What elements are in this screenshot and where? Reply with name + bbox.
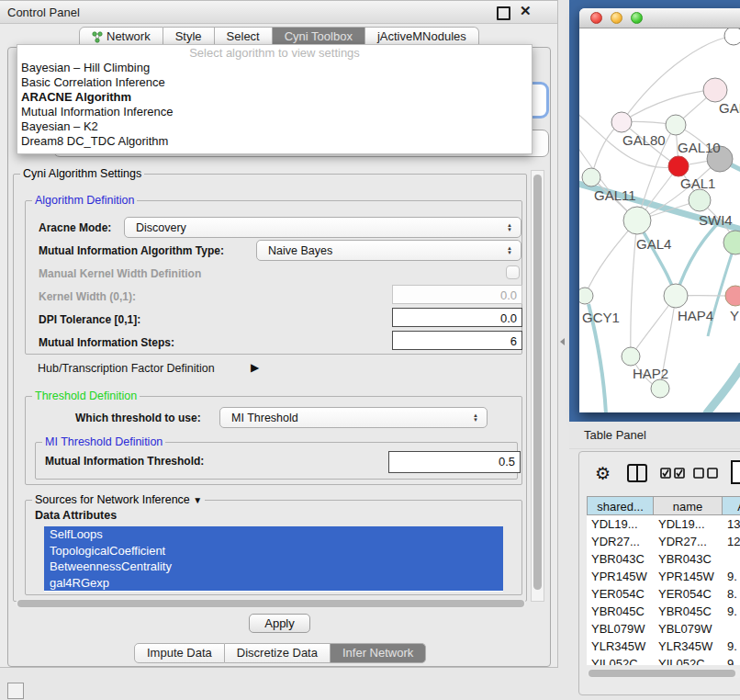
table-row[interactable]: YPR145WYPR145W9. bbox=[587, 568, 740, 585]
node-label-swi4: SWI4 bbox=[699, 212, 733, 228]
float-panel-icon[interactable] bbox=[497, 6, 510, 20]
which-threshold-label: Which threshold to use: bbox=[75, 412, 201, 424]
node-gcy1[interactable] bbox=[579, 288, 593, 304]
network-tab-icon bbox=[92, 31, 103, 43]
node-label-gal10: GAL10 bbox=[678, 140, 721, 155]
table-row[interactable]: YLR345WYLR345W9. bbox=[587, 638, 740, 655]
kernel-width-field[interactable]: 0.0 bbox=[392, 285, 522, 304]
mi-threshold-field[interactable]: 0.5 bbox=[388, 451, 521, 473]
dropdown-item-bayesian-k2[interactable]: Bayesian – K2 bbox=[17, 119, 532, 134]
algorithm-definition-title: Algorithm Definition bbox=[32, 194, 137, 207]
gear-icon[interactable]: ⚙ bbox=[595, 463, 611, 484]
mi-type-value: Naive Bayes bbox=[257, 244, 503, 257]
node-partial-top-right[interactable] bbox=[724, 28, 740, 45]
mi-type-combo[interactable]: Naive Bayes ▲▼ bbox=[256, 240, 521, 261]
apply-button[interactable]: Apply bbox=[249, 614, 310, 633]
data-attributes-label: Data Attributes bbox=[35, 509, 117, 522]
network-graph: GAL GAL80 GAL10 GAL1 GAL11 SWI4 GAL4 GCY… bbox=[579, 28, 740, 412]
table-row[interactable]: YDR27...YDR27...12 bbox=[587, 533, 740, 550]
mi-steps-field[interactable]: 6 bbox=[392, 331, 522, 350]
dropdown-item-aracne[interactable]: ARACNE Algorithm bbox=[17, 90, 532, 105]
cyni-algorithm-settings-group: Cyni Algorithm Settings Algorithm Defini… bbox=[13, 174, 527, 602]
close-window-icon[interactable] bbox=[590, 12, 602, 24]
dropdown-item-mutual-information[interactable]: Mutual Information Inference bbox=[17, 105, 532, 119]
dropdown-placeholder: Select algorithm to view settings bbox=[17, 45, 532, 61]
split-pane-collapse-icon[interactable] bbox=[560, 338, 565, 345]
which-threshold-combo[interactable]: MI Threshold ▲▼ bbox=[219, 407, 488, 428]
threshold-definition-title: Threshold Definition bbox=[32, 390, 140, 402]
sources-group: Sources for Network Inference ▼ Data Att… bbox=[25, 500, 522, 595]
table-row[interactable]: YIL052CYIL052C9. bbox=[587, 655, 740, 665]
tab-discretize-data[interactable]: Discretize Data bbox=[225, 643, 331, 663]
column-header-shared[interactable]: shared... bbox=[587, 496, 654, 515]
table-rows[interactable]: YDL19...YDL19...13 YDR27...YDR27...12 YB… bbox=[587, 515, 740, 665]
node-gal80[interactable] bbox=[611, 112, 632, 132]
table-row[interactable]: YBL079WYBL079W bbox=[587, 620, 740, 638]
columns-icon[interactable] bbox=[627, 464, 647, 482]
node-label-gal80: GAL80 bbox=[622, 132, 666, 148]
tab-impute-data[interactable]: Impute Data bbox=[134, 643, 225, 663]
algorithm-definition-group: Algorithm Definition Aracne Mode: Discov… bbox=[25, 200, 522, 355]
sources-group-title: Sources for Network Inference ▼ bbox=[32, 493, 205, 506]
network-canvas[interactable]: GAL GAL80 GAL10 GAL1 GAL11 SWI4 GAL4 GCY… bbox=[579, 28, 740, 412]
table-row[interactable]: YBR045CYBR045C9. bbox=[587, 603, 740, 620]
mi-steps-label: Mutual Information Steps: bbox=[39, 336, 174, 349]
collapse-arrow-icon[interactable]: ▼ bbox=[193, 495, 202, 505]
list-item-topologicalcoefficient[interactable]: TopologicalCoefficient bbox=[44, 543, 503, 559]
node-gal4[interactable] bbox=[623, 207, 651, 234]
data-attributes-list[interactable]: SelfLoops TopologicalCoefficient Between… bbox=[44, 526, 503, 592]
node-partial-bottom[interactable] bbox=[651, 379, 669, 398]
network-view-window[interactable]: GAL GAL80 GAL10 GAL1 GAL11 SWI4 GAL4 GCY… bbox=[579, 8, 740, 412]
node-swi4[interactable] bbox=[689, 189, 711, 211]
manual-kernel-checkbox[interactable] bbox=[506, 265, 520, 279]
list-item-betweennesscentrality[interactable]: BetweennessCentrality bbox=[44, 559, 503, 575]
node-hap4[interactable] bbox=[664, 284, 688, 308]
node-label-gal11: GAL11 bbox=[594, 187, 636, 203]
hub-definition-label: Hub/Transcription Factor Definition bbox=[38, 362, 215, 375]
node-gal1-red[interactable] bbox=[668, 156, 689, 176]
combo-spinner-icon: ▲▼ bbox=[469, 413, 482, 423]
bottom-tabs: Impute Data Discretize Data Infer Networ… bbox=[134, 643, 426, 663]
column-header-a[interactable]: A bbox=[723, 496, 740, 515]
table-hscrollbar[interactable] bbox=[587, 669, 740, 678]
list-item-gal4rgexp[interactable]: gal4RGexp bbox=[44, 575, 503, 592]
dropdown-item-basic-correlation[interactable]: Basic Correlation Inference bbox=[17, 75, 532, 90]
select-all-icon[interactable] bbox=[660, 468, 686, 479]
network-window-titlebar[interactable] bbox=[579, 8, 740, 28]
table-row[interactable]: YER054CYER054C8. bbox=[587, 585, 740, 603]
manual-kernel-label: Manual Kernel Width Definition bbox=[39, 267, 201, 280]
aracne-mode-combo[interactable]: Discovery ▲▼ bbox=[124, 217, 521, 238]
tab-infer-network[interactable]: Infer Network bbox=[331, 643, 426, 663]
column-header-name[interactable]: name bbox=[654, 496, 723, 515]
document-icon[interactable] bbox=[730, 460, 740, 484]
node-gal11[interactable] bbox=[582, 168, 600, 186]
dropdown-item-bayesian-hill-climbing[interactable]: Bayesian – Hill Climbing bbox=[17, 61, 532, 75]
threshold-definition-group: Threshold Definition Which threshold to … bbox=[25, 396, 522, 485]
settings-hscrollbar[interactable] bbox=[16, 599, 526, 608]
control-panel-title: Control Panel bbox=[7, 6, 80, 19]
table-row[interactable]: YDL19...YDL19...13 bbox=[587, 515, 740, 533]
control-panel-titlebar[interactable]: Control Panel ✕ bbox=[0, 1, 557, 24]
node-hap2[interactable] bbox=[622, 347, 640, 366]
minimize-window-icon[interactable] bbox=[611, 12, 622, 24]
node-gal10[interactable] bbox=[666, 115, 686, 135]
deselect-all-icon[interactable] bbox=[693, 468, 719, 479]
node-green-right[interactable] bbox=[723, 231, 740, 254]
settings-vscrollbar[interactable] bbox=[531, 170, 544, 602]
dropdown-item-dream8[interactable]: Dream8 DC_TDC Algorithm bbox=[17, 134, 532, 149]
aracne-mode-label: Aracne Mode: bbox=[39, 221, 111, 234]
table-row[interactable]: YBR043CYBR043C bbox=[587, 550, 740, 568]
dpi-tolerance-label: DPI Tolerance [0,1]: bbox=[39, 313, 140, 326]
list-item-selfloops[interactable]: SelfLoops bbox=[44, 526, 503, 543]
docked-panel-icon[interactable] bbox=[7, 683, 24, 699]
node-salmon[interactable] bbox=[725, 286, 740, 306]
which-threshold-value: MI Threshold bbox=[220, 412, 469, 424]
zoom-window-icon[interactable] bbox=[631, 12, 643, 24]
expand-arrow-icon[interactable]: ▶ bbox=[251, 361, 259, 374]
dpi-tolerance-field[interactable]: 0.0 bbox=[392, 308, 522, 327]
algorithm-dropdown-popup: Select algorithm to view settings Bayesi… bbox=[17, 44, 533, 154]
cyni-settings-group-title: Cyni Algorithm Settings bbox=[20, 167, 144, 180]
node-label-gal: GAL bbox=[719, 100, 740, 116]
close-panel-icon[interactable]: ✕ bbox=[520, 3, 532, 19]
node-gal-pink[interactable] bbox=[703, 78, 727, 102]
